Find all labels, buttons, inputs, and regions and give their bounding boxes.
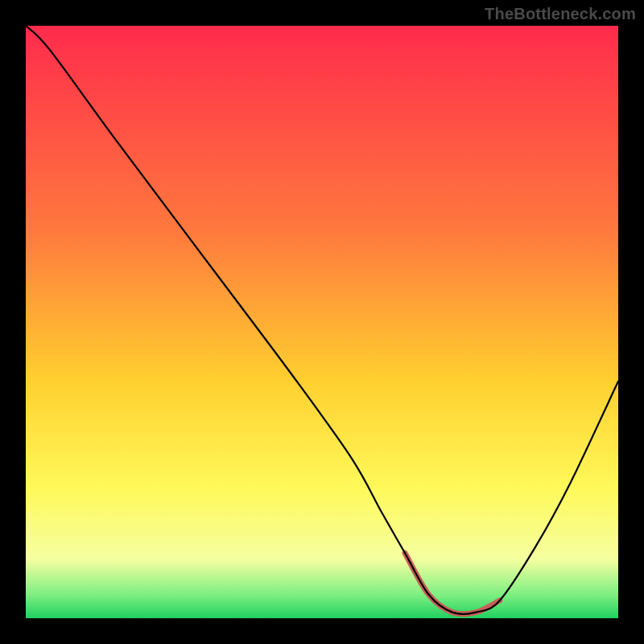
- watermark-text: TheBottleneck.com: [485, 5, 636, 23]
- gradient-background: [26, 26, 618, 618]
- chart-svg: [26, 26, 618, 618]
- plot-area: [26, 26, 618, 618]
- chart-frame: TheBottleneck.com: [0, 0, 644, 644]
